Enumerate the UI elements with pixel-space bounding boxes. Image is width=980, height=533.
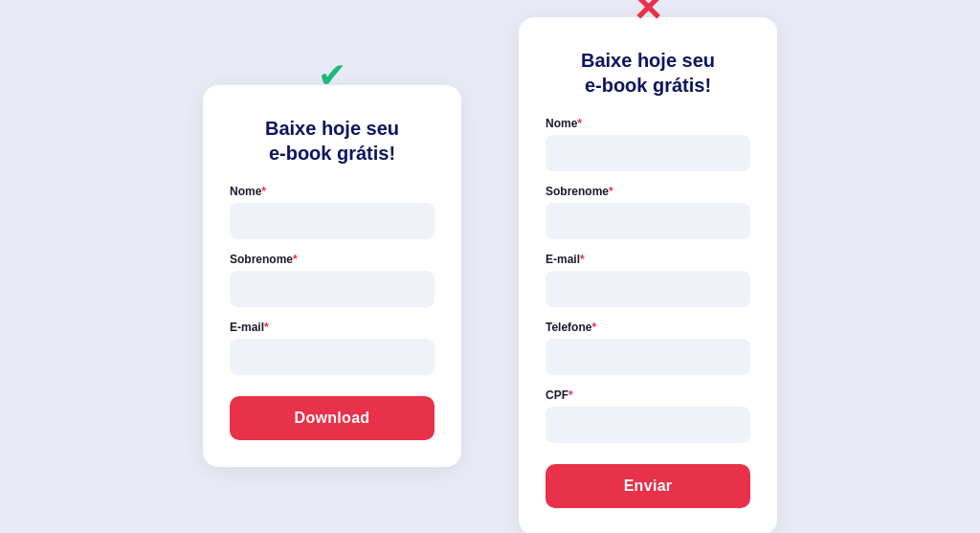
enviar-button[interactable]: Enviar [546, 464, 750, 508]
nome-input-left[interactable] [230, 203, 434, 239]
email-label-right: E-mail* [546, 253, 750, 266]
nome-label-right: Nome* [546, 117, 750, 130]
required-star: * [568, 389, 573, 402]
telefone-input-right[interactable] [546, 339, 750, 375]
email-input-right[interactable] [546, 271, 750, 307]
required-star: * [264, 321, 269, 334]
sobrenome-input-left[interactable] [230, 271, 434, 307]
telefone-group-right: Telefone* [546, 321, 750, 375]
email-group-right: E-mail* [546, 253, 750, 307]
card-right: ✕ Baixe hoje seue-book grátis! Nome* Sob… [519, 17, 777, 533]
required-star: * [609, 185, 613, 198]
required-star: * [261, 185, 266, 198]
required-star: * [577, 117, 582, 130]
cpf-label-right: CPF* [546, 389, 750, 402]
download-button[interactable]: Download [230, 396, 434, 440]
sobrenome-group-right: Sobrenome* [546, 185, 750, 239]
cpf-input-right[interactable] [546, 407, 750, 443]
sobrenome-label-right: Sobrenome* [546, 185, 750, 198]
nome-input-right[interactable] [546, 135, 750, 171]
sobrenome-input-right[interactable] [546, 203, 750, 239]
cpf-group-right: CPF* [546, 389, 750, 443]
email-group-left: E-mail* [230, 321, 434, 375]
nome-label-left: Nome* [230, 185, 434, 198]
required-star: * [591, 321, 596, 334]
crossmark-icon: ✕ [633, 0, 663, 27]
nome-group-right: Nome* [546, 117, 750, 171]
email-input-left[interactable] [230, 339, 434, 375]
card-left-title: Baixe hoje seue-book grátis! [265, 116, 399, 166]
sobrenome-label-left: Sobrenome* [230, 253, 434, 266]
checkmark-icon: ✔ [318, 58, 346, 93]
sobrenome-group-left: Sobrenome* [230, 253, 434, 307]
required-star: * [293, 253, 298, 266]
email-label-left: E-mail* [230, 321, 434, 334]
card-right-title: Baixe hoje seue-book grátis! [581, 48, 715, 98]
telefone-label-right: Telefone* [546, 321, 750, 334]
nome-group-left: Nome* [230, 185, 434, 239]
card-left: ✔ Baixe hoje seue-book grátis! Nome* Sob… [203, 85, 461, 467]
required-star: * [580, 253, 585, 266]
